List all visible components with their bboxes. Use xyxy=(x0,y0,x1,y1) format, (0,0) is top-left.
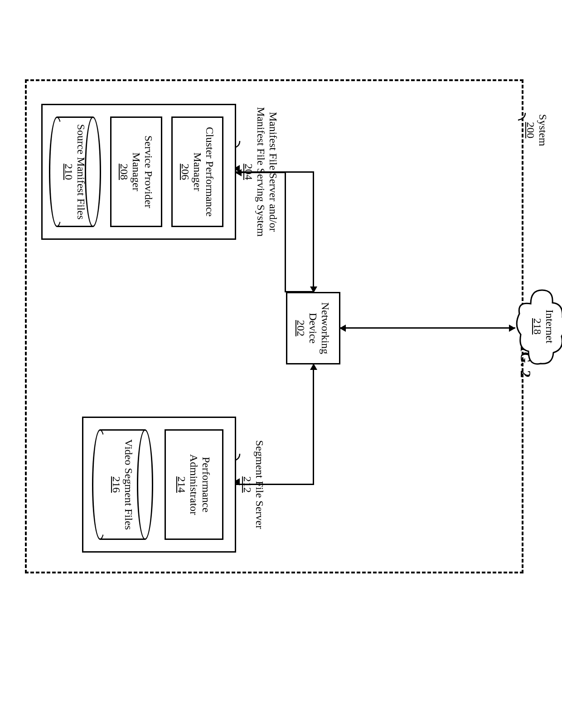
networking-device-number: 202 xyxy=(295,296,307,360)
system-number: 200 xyxy=(524,114,537,146)
performance-admin-number: 214 xyxy=(176,435,188,534)
service-provider-manager-box: Service Provider Manager 208 xyxy=(110,116,162,227)
arrow-horiz-manifest xyxy=(285,172,286,292)
cylinder-top-2 xyxy=(137,429,153,540)
arrow-head-manifest-right xyxy=(310,286,317,293)
service-provider-manager-text: Service Provider Manager xyxy=(130,122,155,222)
service-provider-manager-number: 208 xyxy=(118,122,130,222)
service-provider-manager-label: Service Provider Manager 208 xyxy=(118,122,155,222)
networking-device-box: Networking Device 202 xyxy=(286,292,340,364)
segment-server-label: Segment File Server 212 xyxy=(241,417,266,553)
video-segment-files-cylinder: Video Segment Files 216 xyxy=(92,429,153,540)
networking-device-label: Networking Device 202 xyxy=(295,296,332,360)
segment-server-text: Segment File Server xyxy=(253,417,266,553)
performance-admin-text: Performance Administrator xyxy=(188,435,213,534)
cylinder-top-1 xyxy=(85,116,101,227)
segment-server-number: 212 xyxy=(241,417,253,553)
video-segment-files-text: Video Segment Files xyxy=(123,439,135,530)
cluster-perf-manager-number: 206 xyxy=(179,122,191,222)
system-label-text: System xyxy=(537,114,549,146)
arrow-nd-segment-h xyxy=(313,364,314,485)
source-manifest-files-cylinder: Source Manifest Files 210 xyxy=(49,116,101,227)
video-segment-files-number: 216 xyxy=(111,439,123,530)
internet-cloud: Internet 218 xyxy=(513,286,562,367)
manifest-server-text: Manifest File Server and/or Manifest Fil… xyxy=(255,102,279,242)
performance-admin-label: Performance Administrator 214 xyxy=(176,435,213,534)
internet-label-text: Internet xyxy=(543,286,556,367)
manifest-server-box: Cluster Performance Manager 206 Service … xyxy=(41,104,236,240)
performance-admin-box: Performance Administrator 214 xyxy=(165,429,223,540)
networking-device-text: Networking Device xyxy=(307,296,332,360)
arrow-head-down-1 xyxy=(339,325,346,332)
arrow-head-up-1 xyxy=(509,325,515,332)
internet-cloud-label: Internet 218 xyxy=(531,286,556,367)
arrow-vert-manifest-2 xyxy=(285,291,313,292)
cluster-perf-manager-box: Cluster Performance Manager 206 xyxy=(171,116,223,227)
system-label: System 200 xyxy=(524,114,549,146)
arrow-internet-to-networking xyxy=(340,327,515,329)
cluster-perf-manager-label: Cluster Performance Manager 206 xyxy=(179,122,216,222)
manifest-server-number: 204 xyxy=(242,102,255,242)
segment-server-box: Performance Administrator 214 Video Segm… xyxy=(82,417,236,553)
source-manifest-files-number: 210 xyxy=(63,124,75,220)
internet-number: 218 xyxy=(531,286,543,367)
cluster-perf-manager-text: Cluster Performance Manager xyxy=(191,122,216,222)
arrow-nd-manifest-h xyxy=(313,172,314,293)
arrow-head-segment-left xyxy=(310,364,317,370)
manifest-server-label: Manifest File Server and/or Manifest Fil… xyxy=(242,102,279,242)
system-boundary: System 200 Internet 218 Networking Devic… xyxy=(25,79,523,573)
